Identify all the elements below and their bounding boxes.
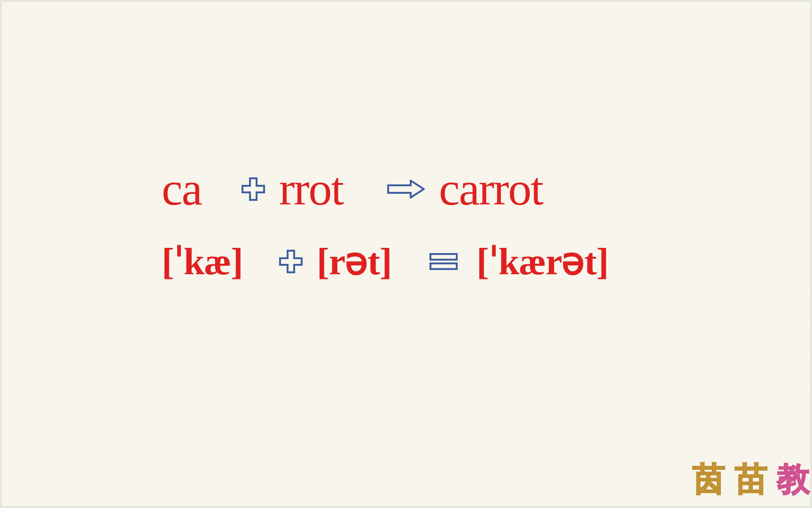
- watermark-char-1: 茵: [693, 457, 726, 501]
- equals-icon: [429, 252, 458, 271]
- phonetic-decomposition-row: [ˈkæ] [rət] [ˈkærət]: [162, 239, 679, 283]
- word-segment-1: ca: [162, 162, 227, 216]
- word-result: carrot: [439, 162, 580, 216]
- phonetic-segment-2: [rət]: [317, 239, 411, 283]
- plus-icon: [242, 177, 265, 201]
- word-segment-2: rrot: [279, 162, 373, 216]
- watermark-char-3: 教: [777, 457, 810, 501]
- slide-content: ca rrot carrot [ˈkæ] [rət] [ˈkær: [162, 162, 679, 307]
- phonetic-segment-1: [ˈkæ]: [162, 239, 265, 283]
- svg-rect-1: [430, 263, 457, 269]
- watermark: 茵 苗 教: [693, 457, 810, 501]
- plus-icon: [279, 250, 303, 273]
- word-decomposition-row: ca rrot carrot: [162, 162, 679, 216]
- phonetic-result: [ˈkærət]: [476, 239, 636, 283]
- arrow-right-icon: [387, 180, 425, 198]
- svg-rect-0: [430, 254, 457, 260]
- watermark-char-2: 苗: [735, 457, 768, 501]
